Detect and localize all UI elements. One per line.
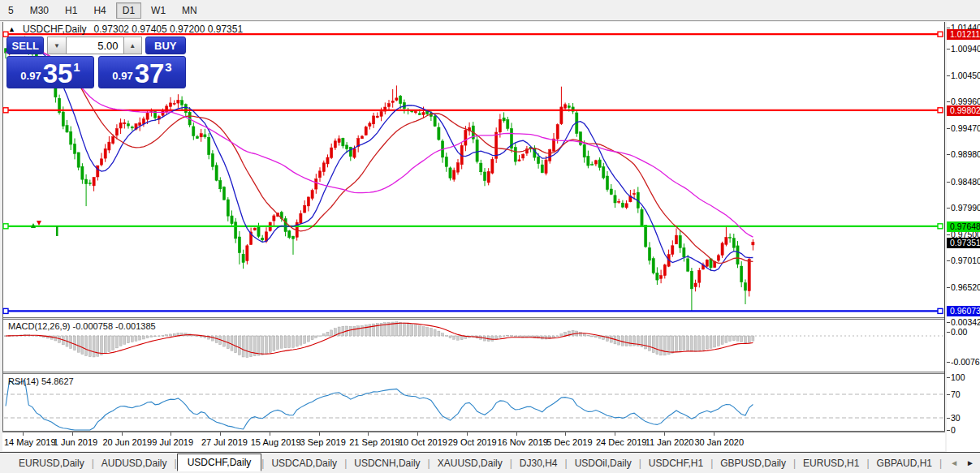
date-tick: [319, 432, 320, 436]
date-tick: [615, 432, 615, 436]
date-label: 16 Nov 2019: [498, 437, 548, 447]
buy-button[interactable]: BUY: [145, 37, 186, 54]
chart-tab-usdcad-daily[interactable]: USDCAD,Daily: [264, 455, 344, 471]
rsi-scale-label: 0: [951, 425, 956, 435]
axis-tick: [947, 75, 950, 76]
tab-scroll-right-icon[interactable]: ►: [966, 458, 974, 467]
timeframe-button-H4[interactable]: H4: [87, 2, 112, 19]
price-scale-label: 0.97990: [951, 203, 980, 213]
price-scale-label: 0.97010: [951, 256, 980, 265]
timeframe-button-H1[interactable]: H1: [58, 2, 84, 19]
lot-increase-button[interactable]: ▲: [123, 37, 142, 54]
price-scale-label: 0.98980: [951, 149, 980, 159]
axis-tick: [947, 234, 950, 235]
price-axis[interactable]: 1.01211 0.99802 0.97648 0.97351 0.96073 …: [947, 22, 980, 452]
collapse-trade-panel-icon[interactable]: ▲: [8, 25, 15, 33]
buy-price-display[interactable]: 0.97 37 3: [98, 56, 186, 88]
chart-tab-usdoil-daily[interactable]: USDOil,Daily: [568, 455, 639, 471]
date-tick: [23, 432, 24, 436]
price-scale-label: 0.96520: [951, 282, 980, 292]
date-label: 10 Oct 2019: [399, 437, 447, 447]
lot-decrease-button[interactable]: ▼: [47, 37, 66, 54]
macd-scale-label: -0.00761: [951, 357, 980, 367]
tab-scroll-controls: |◄►: [939, 458, 980, 469]
date-label: 20 Jun 2019: [103, 437, 153, 447]
axis-tick: [947, 154, 950, 155]
buy-price-big-digits: 37: [135, 62, 165, 85]
date-label: 21 Sep 2019: [349, 437, 399, 447]
date-label: 1 Jun 2019: [54, 437, 97, 447]
date-label: 24 Dec 2019: [596, 437, 646, 447]
price-scale-label: 0.98480: [951, 177, 980, 187]
date-label: 11 Jan 2020: [645, 437, 694, 447]
date-label: 9 Jul 2019: [152, 437, 193, 447]
date-tick: [220, 432, 221, 436]
level-badge-support-blue: 0.96073: [947, 306, 980, 316]
chart-tab-usdcnh-daily[interactable]: USDCNH,Daily: [347, 455, 427, 471]
timeframe-button-D1[interactable]: D1: [116, 2, 141, 19]
chart-tab-dj30-h4[interactable]: DJ30,H4: [512, 455, 565, 471]
tab-separator: |: [939, 458, 942, 469]
axis-tick: [947, 377, 950, 378]
date-tick: [368, 432, 369, 436]
date-label: 5 Dec 2019: [546, 437, 592, 447]
timeframe-button-M30[interactable]: M30: [24, 2, 55, 19]
chart-symbol-title: USDCHF,Daily: [23, 24, 87, 35]
date-tick: [664, 432, 665, 436]
chart-tab-usdchf-daily[interactable]: USDCHF,Daily: [177, 454, 262, 471]
date-label: 27 Jul 2019: [201, 437, 248, 447]
axis-tick: [947, 260, 950, 261]
lot-size-input[interactable]: [67, 37, 123, 54]
axis-tick: [947, 28, 950, 28]
sell-button[interactable]: SELL: [6, 37, 44, 54]
timeframe-button-MN[interactable]: MN: [175, 2, 204, 19]
level-badge-support-green: 0.97648: [947, 221, 980, 232]
rsi-line: [6, 380, 753, 430]
axis-tick: [947, 287, 950, 288]
chart-tab-eurusd-h1[interactable]: EURUSD,H1: [796, 455, 866, 471]
chart-title-bar: ▲ USDCHF,Daily 0.97302 0.97405 0.97200 0…: [8, 24, 243, 35]
date-label: 29 Oct 2019: [448, 437, 497, 447]
price-scale-label: 1.00450: [951, 71, 980, 80]
sell-price-big-digits: 35: [43, 62, 73, 85]
level-badge-resistance-high: 1.01211: [947, 29, 980, 40]
chart-tab-gbpaud-h1[interactable]: GBPAUD,H1: [870, 455, 939, 471]
date-tick: [171, 432, 171, 436]
price-scale-label: 1.00940: [951, 44, 980, 54]
trade-arrow-markers: [31, 221, 58, 236]
current-price-badge: 0.97351: [947, 238, 980, 248]
symbol-tab-bar: EURUSD,Daily|AUDUSD,Daily|USDCHF,Daily|U…: [0, 452, 980, 473]
timeframe-toolbar: 5M30H1H4D1W1MN: [0, 0, 980, 21]
chart-tab-eurusd-daily[interactable]: EURUSD,Daily: [11, 455, 92, 471]
horizontal-level-line-0.97648[interactable]: [3, 224, 943, 229]
axis-tick: [947, 394, 950, 395]
sell-price-pipette: 1: [73, 60, 80, 74]
chart-ohlc-values: 0.97302 0.97405 0.97200 0.97351: [94, 24, 244, 35]
timeframe-button-5[interactable]: 5: [2, 2, 20, 19]
axis-tick: [947, 182, 950, 183]
rsi-scale-label: 100: [951, 372, 965, 382]
timeframe-button-W1[interactable]: W1: [145, 2, 172, 19]
sell-price-display[interactable]: 0.97 35 1: [6, 56, 94, 88]
date-label: 3 Sep 2019: [300, 437, 346, 447]
date-label: 15 Aug 2019: [251, 437, 301, 447]
chart-tab-audusd-daily[interactable]: AUDUSD,Daily: [94, 455, 175, 471]
price-scale-label: 0.99470: [951, 123, 980, 133]
sell-price-prefix: 0.97: [20, 70, 41, 82]
chart-tab-gbpusd-daily[interactable]: GBPUSD,Daily: [713, 455, 793, 471]
axis-tick: [947, 362, 950, 363]
axis-tick: [947, 128, 950, 129]
chart-tab-xauusd-daily[interactable]: XAUUSD,Daily: [430, 455, 510, 471]
axis-tick: [947, 322, 950, 323]
level-badge-resistance: 0.99802: [947, 105, 980, 116]
axis-tick: [947, 101, 950, 102]
chart-tab-usdchf-h1[interactable]: USDCHF,H1: [641, 455, 710, 471]
tab-scroll-left-icon[interactable]: ◄: [950, 458, 958, 467]
buy-price-prefix: 0.97: [112, 70, 132, 82]
date-label: 30 Jan 2020: [695, 437, 745, 447]
horizontal-level-line-0.96073[interactable]: [3, 308, 943, 313]
axis-tick: [947, 208, 950, 209]
axis-tick: [947, 418, 950, 419]
date-tick: [565, 432, 566, 436]
date-axis[interactable]: 14 May 20191 Jun 201920 Jun 20199 Jul 20…: [2, 432, 945, 451]
